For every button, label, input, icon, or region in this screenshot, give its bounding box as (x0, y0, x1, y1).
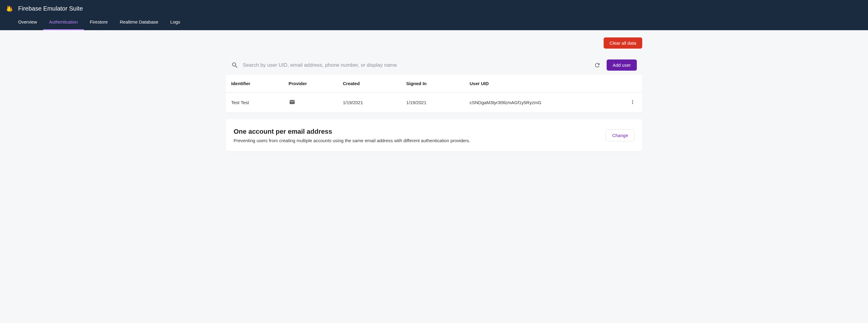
header-top: Firebase Emulator Suite (0, 0, 868, 14)
header-identifier: Identifier (231, 81, 288, 86)
cell-provider (288, 99, 343, 106)
cell-signed-in: 1/19/2021 (406, 100, 470, 105)
cell-identifier: Test Test (231, 100, 288, 105)
settings-description: Preventing users from creating multiple … (234, 138, 470, 143)
tab-authentication[interactable]: Authentication (43, 14, 84, 30)
search-icon (231, 62, 239, 69)
more-vert-icon (629, 99, 636, 105)
clear-all-data-button[interactable]: Clear all data (603, 37, 642, 49)
header-user-uid: User UID (470, 81, 625, 86)
add-user-button[interactable]: Add user (607, 59, 637, 71)
header-signed-in: Signed In (406, 81, 470, 86)
cell-created: 1/19/2021 (343, 100, 406, 105)
settings-text: One account per email address Preventing… (234, 128, 470, 143)
app-header: Firebase Emulator Suite Overview Authent… (0, 0, 868, 30)
tab-overview[interactable]: Overview (12, 14, 43, 30)
email-provider-icon (288, 99, 296, 105)
settings-title: One account per email address (234, 128, 470, 136)
main-tabs: Overview Authentication Firestore Realti… (0, 14, 868, 30)
refresh-button[interactable] (592, 60, 602, 70)
app-title: Firebase Emulator Suite (18, 5, 83, 12)
table-row: Test Test 1/19/2021 1/19/2021 cSNDgaM3ty… (226, 92, 642, 113)
tab-logs[interactable]: Logs (164, 14, 186, 30)
change-button[interactable]: Change (606, 129, 634, 141)
users-card: Add user Identifier Provider Created Sig… (226, 55, 642, 113)
main-content: Clear all data Add user Identifier Provi… (220, 30, 648, 166)
header-provider: Provider (288, 81, 343, 86)
header-created: Created (343, 81, 406, 86)
refresh-icon (594, 62, 600, 68)
settings-card: One account per email address Preventing… (226, 119, 642, 151)
tab-realtime-database[interactable]: Realtime Database (114, 14, 164, 30)
tab-firestore[interactable]: Firestore (84, 14, 114, 30)
row-more-button[interactable] (628, 98, 637, 107)
users-table-header: Identifier Provider Created Signed In Us… (226, 75, 642, 92)
search-input[interactable] (243, 62, 588, 68)
top-actions: Clear all data (226, 37, 642, 49)
cell-user-uid: cSNDgaM3tyr3t9lzmAGf1y5RyzmG (470, 100, 625, 105)
search-bar: Add user (226, 55, 642, 75)
firebase-logo-icon (5, 4, 14, 13)
